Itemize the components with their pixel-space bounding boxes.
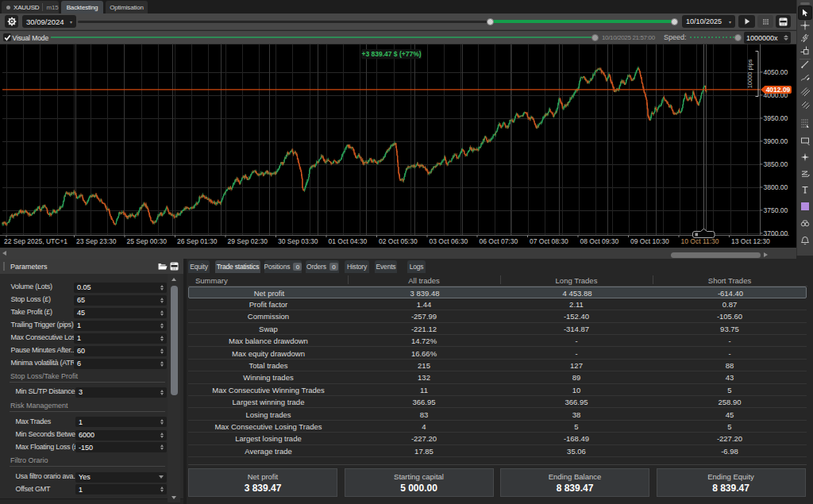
range-handle-right[interactable] [671,18,678,25]
to-date-combobox[interactable]: 10/10/2025 ▾ [682,15,735,28]
chart-scrollbar-thumb[interactable] [671,252,761,258]
parameter-input-offset-gmt[interactable]: 1 [75,484,167,494]
symbol-name: XAUUSD [13,4,39,11]
parameter-input-min-sl-tp-distance[interactable]: 3 [75,387,167,398]
price-chart[interactable]: 4050.004000.003950.003900.003850.003800.… [0,44,796,248]
parameters-scrollbar[interactable] [168,274,180,502]
results-panel: EquityTrade statisticsPositions0Orders0H… [187,259,813,504]
stat-row-losing-trades[interactable]: Losing trades833845 [188,409,807,421]
results-tab-logs[interactable]: Logs [407,260,426,273]
crosshair-tool-button[interactable] [799,19,811,32]
parameter-input-max-trades[interactable]: 1 [75,417,167,427]
stat-row-largest-losing-trade[interactable]: Largest losing trade-227.20-168.49-227.2… [188,433,807,444]
results-tab-positions[interactable]: Positions0 [264,260,302,273]
scroll-right-icon[interactable] [764,252,768,257]
sparkle-tool-button[interactable] [799,151,811,164]
visual-progress-handle[interactable] [591,34,599,41]
speed-value-input[interactable]: 1000000x [744,32,791,44]
fibonacci-tool-button[interactable] [799,117,811,129]
speed-value: 1000000x [746,34,778,42]
stat-row-net-profit[interactable]: Net profit3 839.484 453.88-614.40 [188,287,807,298]
cursor-tool-button[interactable] [799,6,811,19]
parameter-input-take-profit[interactable]: 45 [74,308,167,318]
stat-row-winning-trades[interactable]: Winning trades1328943 [188,371,807,383]
speed-slider-handle[interactable] [734,34,742,41]
stat-row-max-consecutive-losing-trades[interactable]: Max Consecutive Losing Trades455 [188,421,807,433]
spinner-arrows-icon[interactable] [160,361,164,367]
spinner-arrows-icon[interactable] [783,35,788,40]
save-parameters-button[interactable] [169,261,179,271]
parameter-input-max-consecutive-los[interactable]: 1 [74,333,167,344]
trendline-tool-button[interactable] [799,58,811,71]
open-results-button[interactable] [776,15,791,28]
table-header[interactable]: Short Trades [653,276,807,285]
parameter-input-usa-filtro-orario-ava[interactable]: Yes [75,472,167,483]
chart-shift-tool-button[interactable] [799,44,811,57]
stat-row-max-consecutive-winning-trades[interactable]: Max Consecutive Winning Trades11105 [188,384,807,396]
stop-button[interactable] [757,15,773,28]
parameter-input-volume-lots[interactable]: 0.05 [74,283,167,293]
results-tab-history[interactable]: History [345,260,369,273]
tab-chart-symbol[interactable]: XAUUSD m15 [2,1,59,13]
scrollbar-thumb[interactable] [171,286,178,395]
spinner-arrows-icon[interactable] [160,487,164,492]
parameter-input-pause-minutes-after[interactable]: 60 [74,346,167,356]
bell-tool-button[interactable] [799,234,811,247]
speed-slider-track[interactable] [690,37,736,38]
tab-backtesting[interactable]: Backtesting [61,1,103,13]
binoculars-tool-button[interactable] [799,217,811,229]
table-header[interactable]: Long Trades [500,276,653,285]
parameter-input-minima-volatilit-atr[interactable]: 6 [74,359,167,369]
spinner-arrows-icon[interactable] [160,444,164,450]
stat-row-commission[interactable]: Commission-257.99-152.40-105.60 [188,310,807,322]
results-tab-trade-statistics[interactable]: Trade statistics [215,260,260,273]
rectangle-tool-button[interactable] [799,134,811,147]
spinner-arrows-icon[interactable] [160,285,164,290]
panel-grip-icon[interactable] [3,262,5,271]
parameter-value: 1 [77,321,160,329]
spinner-arrows-icon[interactable] [160,298,164,303]
elliott-tool-button[interactable] [799,167,811,179]
spinner-arrows-icon[interactable] [160,348,164,354]
lightning-tool-button[interactable] [799,32,811,44]
dropdown-arrow-icon[interactable] [159,475,164,479]
stat-row-average-trade[interactable]: Average trade17.8535.06-6.98 [188,445,807,457]
results-tab-equity[interactable]: Equity [188,260,210,273]
polyline-tool-button[interactable] [799,71,811,84]
spinner-arrows-icon[interactable] [160,323,164,329]
parameter-input-max-floating-loss[interactable]: -150 [75,442,167,452]
scrollbar-down-button[interactable] [168,492,180,502]
from-date-combobox[interactable]: 30/09/2024 ▾ [22,15,76,28]
parameter-input-trailing-trigger-pips[interactable]: 1 [74,321,167,331]
color-swatch-tool-button[interactable] [799,200,811,213]
stat-row-profit-factor[interactable]: Profit factor1.442.110.87 [188,298,807,310]
results-tab-events[interactable]: Events [375,260,397,273]
stat-row-largest-winning-trade[interactable]: Largest winning trade366.95366.95258.90 [188,396,807,408]
text-tool-button[interactable] [799,183,811,196]
toolbar-drag-handle[interactable] [800,2,810,5]
spinner-arrows-icon[interactable] [160,390,164,395]
stat-row-max-balance-drawdown[interactable]: Max balance drawdown14.72%-- [188,335,807,347]
stat-row-total-trades[interactable]: Total trades21512788 [188,360,807,371]
channel-tool-button[interactable] [799,85,811,98]
start-button[interactable] [738,15,755,28]
load-parameters-button[interactable] [157,261,168,271]
scrollbar-up-button[interactable] [168,274,180,284]
scroll-left-icon[interactable] [2,251,6,256]
spinner-arrows-icon[interactable] [160,419,164,425]
stat-row-swap[interactable]: Swap-221.12-314.8793.75 [188,323,807,335]
spinner-arrows-icon[interactable] [160,433,164,438]
binoculars-icon [800,218,810,228]
table-header-summary[interactable]: Summary [195,276,228,285]
spinner-arrows-icon[interactable] [160,310,164,316]
parameter-input-min-seconds-betwe[interactable]: 6000 [75,430,167,441]
spinner-arrows-icon[interactable] [160,336,164,341]
table-header[interactable]: All trades [348,276,500,285]
hatch-tool-button[interactable] [799,98,811,111]
tab-optimisation[interactable]: Optimisation [106,1,148,13]
parameter-input-stop-loss[interactable]: 65 [74,295,167,306]
results-tab-orders[interactable]: Orders0 [306,260,339,273]
range-handle-left[interactable] [487,18,494,25]
settings-button[interactable] [5,15,18,28]
stat-row-max-equity-drawdown[interactable]: Max equity drawdown16.66%-- [188,348,807,360]
